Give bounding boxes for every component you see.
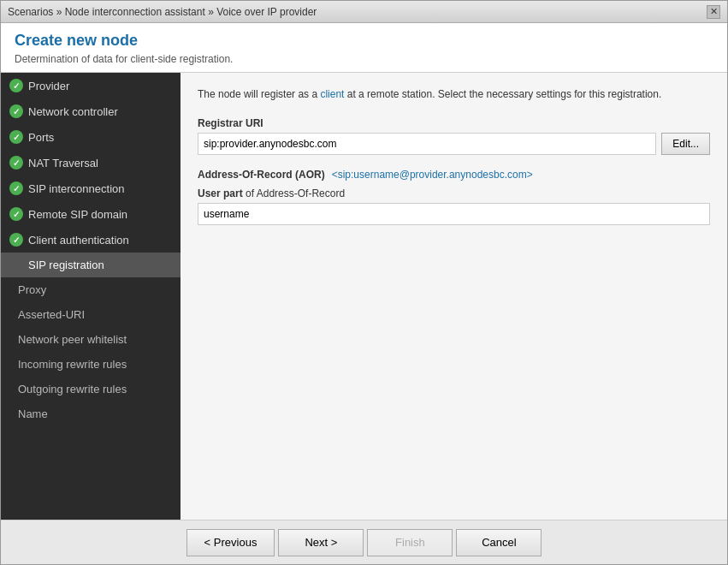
check-icon-network-controller: ✓ [9, 104, 23, 118]
sidebar-item-network-peer-whitelist[interactable]: Network peer whitelist [1, 327, 181, 352]
page-title: Create new node [15, 32, 713, 50]
sidebar-item-network-controller[interactable]: ✓Network controller [1, 98, 181, 124]
edit-button[interactable]: Edit... [661, 133, 710, 155]
sidebar-item-asserted-uri[interactable]: Asserted-URI [1, 302, 181, 327]
sidebar-item-label-proxy: Proxy [18, 283, 46, 296]
check-icon-provider: ✓ [9, 79, 23, 92]
registrar-uri-row: Edit... [198, 133, 710, 155]
header: Create new node Determination of data fo… [1, 23, 727, 73]
sidebar-item-incoming-rewrite-rules[interactable]: Incoming rewrite rules [1, 352, 181, 377]
sidebar-item-label-sip-registration: SIP registration [28, 259, 104, 271]
main-window: Scenarios » Node interconnection assista… [0, 0, 728, 565]
content-area: ✓Provider✓Network controller✓Ports✓NAT T… [1, 73, 727, 520]
sidebar-item-label-client-authentication: Client authentication [28, 234, 129, 247]
next-button[interactable]: Next > [278, 529, 364, 556]
aor-group: Address-Of-Record (AOR) <sip:username@pr… [198, 169, 710, 225]
sidebar-item-label-ports: Ports [28, 131, 54, 144]
registrar-uri-label: Registrar URI [198, 117, 710, 129]
check-icon-nat-traversal: ✓ [9, 156, 23, 170]
sidebar-item-sip-interconnection[interactable]: ✓SIP interconnection [1, 175, 181, 201]
check-icon-sip-interconnection: ✓ [9, 181, 23, 195]
sidebar-item-label-incoming-rewrite-rules: Incoming rewrite rules [18, 358, 127, 371]
check-icon-ports: ✓ [9, 130, 23, 144]
aor-row: Address-Of-Record (AOR) <sip:username@pr… [198, 169, 710, 181]
check-icon-client-authentication: ✓ [9, 233, 23, 247]
user-part-label: User part [198, 187, 243, 199]
aor-value: <sip:username@provider.anynodesbc.com> [332, 169, 533, 181]
sidebar-item-provider[interactable]: ✓Provider [1, 73, 181, 98]
title-bar: Scenarios » Node interconnection assista… [1, 1, 727, 23]
user-part-label-row: User part of Address-Of-Record [198, 187, 710, 199]
sidebar-item-ports[interactable]: ✓Ports [1, 124, 181, 150]
sidebar-item-name[interactable]: Name [1, 401, 181, 426]
info-text: The node will register as a client at a … [198, 86, 710, 102]
previous-button[interactable]: < Previous [186, 529, 275, 556]
client-link[interactable]: client [320, 88, 344, 100]
check-icon-remote-sip-domain: ✓ [9, 207, 23, 221]
page-subtitle: Determination of data for client-side re… [15, 53, 713, 65]
sidebar-item-remote-sip-domain[interactable]: ✓Remote SIP domain [1, 201, 181, 227]
sidebar-item-label-name: Name [18, 407, 48, 420]
aor-label: Address-Of-Record (AOR) [198, 169, 325, 181]
footer: < Previous Next > Finish Cancel [1, 520, 727, 564]
finish-button[interactable]: Finish [367, 529, 453, 556]
main-area: The node will register as a client at a … [181, 73, 727, 520]
sidebar-item-label-network-controller: Network controller [28, 105, 118, 118]
registrar-uri-input[interactable] [198, 133, 656, 155]
sidebar-item-client-authentication[interactable]: ✓Client authentication [1, 227, 181, 253]
registrar-uri-group: Registrar URI Edit... [198, 117, 710, 155]
sidebar-item-label-network-peer-whitelist: Network peer whitelist [18, 333, 127, 346]
cancel-button[interactable]: Cancel [456, 529, 542, 556]
user-part-input[interactable] [198, 203, 710, 225]
close-button[interactable]: ✕ [707, 5, 720, 19]
sidebar-item-nat-traversal[interactable]: ✓NAT Traversal [1, 150, 181, 175]
sidebar-item-label-asserted-uri: Asserted-URI [18, 308, 85, 321]
sidebar-item-outgoing-rewrite-rules[interactable]: Outgoing rewrite rules [1, 377, 181, 401]
sidebar-item-label-provider: Provider [28, 80, 69, 92]
sidebar-item-label-remote-sip-domain: Remote SIP domain [28, 208, 127, 221]
sidebar-item-sip-registration[interactable]: SIP registration [1, 253, 181, 277]
sidebar-item-label-outgoing-rewrite-rules: Outgoing rewrite rules [18, 383, 127, 396]
title-bar-text: Scenarios » Node interconnection assista… [8, 6, 317, 18]
sidebar-item-label-sip-interconnection: SIP interconnection [28, 182, 125, 195]
sidebar-item-label-nat-traversal: NAT Traversal [28, 157, 98, 170]
sidebar: ✓Provider✓Network controller✓Ports✓NAT T… [1, 73, 181, 520]
sidebar-item-proxy[interactable]: Proxy [1, 277, 181, 302]
user-part-label2: of Address-Of-Record [243, 187, 345, 199]
